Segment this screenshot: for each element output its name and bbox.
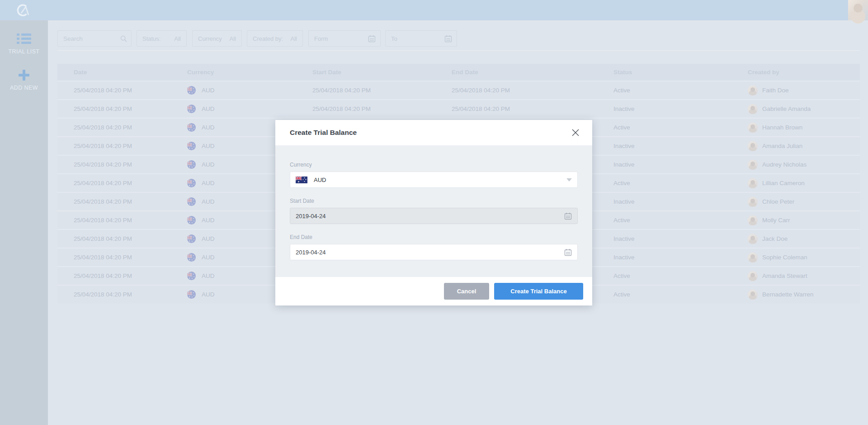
currency-code: AUD [202, 180, 215, 186]
flag-australia-icon [187, 142, 196, 150]
column-header-currency: Currency [187, 69, 312, 76]
cell-created-by: Lillian Cameron [748, 178, 860, 188]
created-by-name: Molly Carr [762, 217, 790, 224]
calendar-icon[interactable] [564, 248, 572, 256]
currency-selected-value: AUD [314, 177, 326, 183]
cell-status: Active [613, 217, 748, 224]
app-logo-icon[interactable] [15, 3, 30, 18]
currency-code: AUD [202, 124, 215, 131]
flag-australia-icon [187, 105, 196, 113]
currency-code: AUD [202, 105, 215, 112]
flag-australia-icon [296, 177, 307, 183]
cell-created-by: Amanda Julian [748, 141, 860, 151]
user-avatar[interactable] [848, 0, 868, 20]
from-date-filter[interactable]: Form [308, 30, 381, 47]
top-bar [0, 0, 868, 20]
user-avatar-icon [748, 290, 758, 300]
created-by-name: Chloe Peter [762, 198, 794, 205]
cancel-button[interactable]: Cancel [444, 283, 489, 300]
cell-status: Active [613, 180, 748, 186]
user-avatar-icon [748, 86, 758, 96]
end-date-field[interactable]: 2019-04-24 [290, 244, 578, 260]
column-header-created-by: Created by [748, 69, 860, 76]
start-date-label: Start Date [290, 198, 578, 204]
modal-header: Create Trial Balance [275, 120, 592, 145]
cell-currency: AUD [187, 86, 312, 95]
flag-australia-icon [187, 290, 196, 299]
flag-australia-icon [187, 234, 196, 243]
end-date-value: 2019-04-24 [296, 249, 326, 256]
cell-created-by: Gabrielle Amanda [748, 104, 860, 114]
created-by-name: Jack Doe [762, 235, 788, 242]
cell-date: 25/04/2018 04:20 PM [57, 180, 187, 186]
flag-australia-icon [187, 272, 196, 280]
cell-date: 25/04/2018 04:20 PM [57, 291, 187, 298]
currency-label: Currency [290, 162, 578, 168]
currency-filter-label: Currency [198, 35, 222, 42]
modal-body: Currency AUD [275, 145, 592, 260]
currency-code: AUD [202, 161, 215, 168]
cell-status: Active [613, 291, 748, 298]
start-date-value: 2019-04-24 [296, 213, 326, 220]
cell-status: Inactive [613, 254, 748, 261]
cell-date: 25/04/2018 04:20 PM [57, 124, 187, 131]
search-input[interactable] [58, 35, 120, 42]
created-by-filter[interactable]: Created by: All [247, 30, 303, 47]
cell-status: Inactive [613, 105, 748, 112]
cell-status: Active [613, 272, 748, 279]
created-by-name: Audrey Nicholas [762, 161, 807, 168]
search-icon [120, 35, 127, 42]
cell-date: 25/04/2018 04:20 PM [57, 272, 187, 279]
cell-date: 25/04/2018 04:20 PM [57, 143, 187, 149]
currency-code: AUD [202, 217, 215, 224]
table-row[interactable]: 25/04/2018 04:20 PM [57, 81, 860, 99]
status-filter-label: Status: [142, 35, 160, 42]
cell-created-by: Chloe Peter [748, 197, 860, 207]
cell-date: 25/04/2018 04:20 PM [57, 217, 187, 224]
user-avatar-icon [748, 178, 758, 188]
currency-select[interactable]: AUD [290, 172, 578, 188]
cell-date: 25/04/2018 04:20 PM [57, 198, 187, 205]
table-row[interactable]: 25/04/2018 04:20 PM [57, 99, 860, 118]
calendar-icon [444, 35, 452, 43]
sidebar-item-trial-list[interactable]: TRIAL LIST [0, 33, 48, 57]
cell-start-date: 25/04/2018 04:20 PM [312, 87, 452, 94]
cell-created-by: Faith Doe [748, 86, 860, 96]
cell-end-date: 25/04/2018 04:20 PM [452, 87, 613, 94]
calendar-icon[interactable] [564, 212, 572, 220]
sidebar-item-add-new[interactable]: ADD NEW [0, 69, 48, 93]
cell-date: 25/04/2018 04:20 PM [57, 87, 187, 94]
end-date-label: End Date [290, 234, 578, 240]
cell-status: Inactive [613, 143, 748, 149]
cell-end-date: 25/04/2018 04:20 PM [452, 105, 613, 112]
cell-created-by: Jack Doe [748, 234, 860, 244]
currency-code: AUD [202, 198, 215, 205]
column-header-start-date: Start Date [312, 69, 452, 76]
column-header-end-date: End Date [452, 69, 613, 76]
calendar-icon [368, 35, 376, 43]
cell-created-by: Molly Carr [748, 215, 860, 225]
list-icon [16, 33, 32, 45]
created-by-name: Faith Doe [762, 87, 789, 94]
user-avatar-icon [748, 197, 758, 207]
flag-australia-icon [187, 160, 196, 169]
status-filter[interactable]: Status: All [137, 30, 187, 47]
start-date-field[interactable]: 2019-04-24 [290, 208, 578, 224]
cell-status: Active [613, 87, 748, 94]
column-header-date: Date [57, 69, 187, 76]
currency-code: AUD [202, 235, 215, 242]
created-by-filter-label: Created by: [253, 35, 283, 42]
create-trial-balance-button[interactable]: Create Trial Balance [494, 283, 583, 300]
created-by-name: Sophie Coleman [762, 254, 807, 261]
modal-footer: Cancel Create Trial Balance [275, 277, 592, 306]
plus-icon [18, 69, 30, 81]
to-date-filter[interactable]: To [385, 30, 457, 47]
currency-filter[interactable]: Currency All [192, 30, 242, 47]
user-avatar-icon [748, 215, 758, 225]
sidebar-item-label: ADD NEW [0, 85, 48, 93]
close-button[interactable] [571, 128, 580, 138]
sidebar: TRIAL LIST ADD NEW [0, 20, 48, 425]
cell-start-date: 25/04/2018 04:20 PM [312, 105, 452, 112]
created-by-name: Lillian Cameron [762, 180, 805, 186]
currency-code: AUD [202, 143, 215, 149]
